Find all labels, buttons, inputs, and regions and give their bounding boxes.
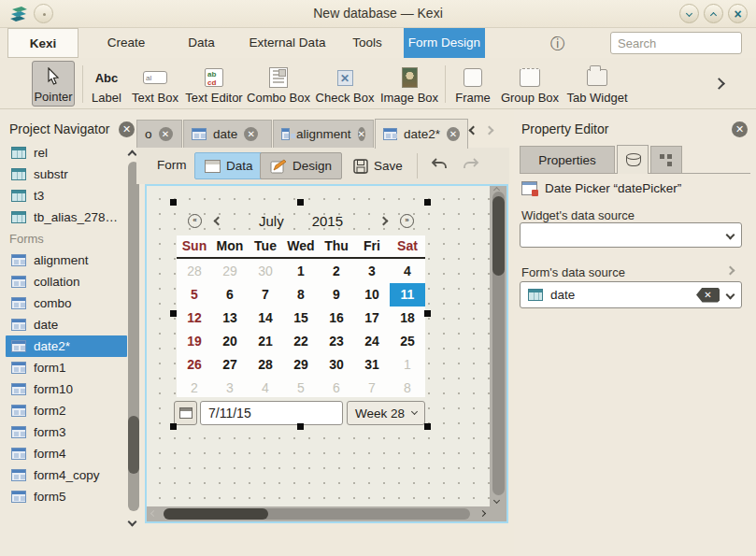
frame-icon [464,64,482,91]
tab-alignment[interactable]: alignment ✕ [273,120,374,148]
minimize-button[interactable] [679,4,699,23]
tab-close-icon[interactable]: ✕ [159,127,173,141]
tab-widget-tree[interactable] [650,146,682,173]
canvas-vertical-scrollbar[interactable] [490,186,506,506]
sidebar-item-form5[interactable]: form5 [0,486,127,507]
clear-data-source-button[interactable]: ✕ [696,288,720,303]
form-data-source-combo[interactable]: date ✕ [520,281,742,308]
selection-handle[interactable] [170,199,177,206]
tab-scroll-left-icon[interactable] [469,126,478,135]
date-value-field[interactable]: 7/11/15 [200,401,343,425]
toolbar-separator [82,65,83,103]
search-input[interactable] [610,32,742,54]
sidebar-item-form2[interactable]: form2 [0,400,127,421]
sidebar-item-alignment[interactable]: alignment [0,249,127,271]
next-year-icon[interactable]: » [400,214,414,228]
text-box-button[interactable]: al Text Box [129,61,181,107]
widget-data-source-combo[interactable] [520,222,742,248]
week-combo[interactable]: Week 28 [347,401,425,425]
sidebar-item-tb-alias-278-[interactable]: tb_alias_278… [0,207,127,228]
day-cell: 12 [177,307,212,330]
sidebar-item-form4[interactable]: form4 [0,443,127,464]
selection-handle[interactable] [424,199,431,206]
tab-date[interactable]: date ✕ [183,120,272,148]
sidebar-item-date[interactable]: date [0,314,127,335]
menu-tab-kexi[interactable]: Kexi [7,28,78,58]
sidebar-item-substr[interactable]: substr [0,164,127,185]
canvas-horizontal-thumb[interactable] [164,508,268,520]
sidebar-item-t3[interactable]: t3 [0,185,127,207]
calendar-popup-button[interactable] [174,401,197,425]
sidebar-scrollbar-thumb[interactable] [128,416,139,474]
selection-handle[interactable] [170,423,177,430]
check-box-button[interactable]: ✕ Check Box [314,61,376,107]
design-view-button[interactable]: Design [260,152,342,179]
scroll-right-icon[interactable] [479,510,486,517]
sidebar-item-form10[interactable]: form10 [0,378,127,400]
canvas-vertical-thumb[interactable] [492,196,505,276]
sidebar-item-form1[interactable]: form1 [0,357,127,378]
property-editor-close-button[interactable]: ✕ [732,121,748,137]
selection-handle[interactable] [297,199,304,206]
previous-month-icon[interactable] [214,216,223,225]
tab-close-icon[interactable]: ✕ [358,127,365,141]
info-icon[interactable]: ⓘ [550,35,565,54]
data-view-button[interactable]: Data [194,152,264,179]
tab-close-icon[interactable]: ✕ [244,127,258,141]
sidebar-item-combo[interactable]: combo [0,292,127,314]
sidebar-scroll-down-icon[interactable] [128,518,137,527]
menu-tab-form-design[interactable]: Form Design [404,28,485,58]
date-picker-widget[interactable]: « July 2015 » SunMonTueWedThuFriSat 2829… [173,201,429,429]
goto-data-source-icon[interactable] [726,266,735,276]
sidebar-scroll-up-icon[interactable] [128,150,137,160]
tab-combo-partial[interactable]: o ✕ [136,120,182,148]
menu-tab-external-data[interactable]: External Data [238,28,336,58]
toolbar-overflow-button[interactable] [715,75,723,92]
calendar-year[interactable]: 2015 [312,213,343,229]
tab-close-icon[interactable]: ✕ [447,127,460,141]
form-design-canvas[interactable]: « July 2015 » SunMonTueWedThuFriSat 2829… [145,184,508,523]
scroll-down-icon[interactable] [493,497,500,504]
text-editor-button[interactable]: abcd Text Editor [185,61,243,107]
group-box-icon [520,64,540,91]
image-box-button[interactable]: Image Box [379,61,439,107]
form-icon [192,128,207,140]
pointer-button[interactable]: Pointer [32,61,75,107]
selection-handle[interactable] [424,423,431,430]
previous-year-icon[interactable]: « [188,214,202,228]
sidebar-item-form3[interactable]: form3 [0,421,127,443]
project-navigator-close-button[interactable]: ✕ [119,121,135,137]
tab-date2-active[interactable]: date2* ✕ [375,119,468,149]
save-button[interactable]: Save [344,152,412,179]
maximize-button[interactable] [704,4,723,23]
table-icon [11,147,26,159]
sidebar-item-collation[interactable]: collation [0,271,127,292]
combo-box-button[interactable]: Combo Box [247,61,310,107]
scroll-left-icon[interactable] [150,510,157,517]
tab-widget-button[interactable]: Tab Widget [564,61,630,107]
selection-handle[interactable] [297,423,304,430]
undo-button[interactable] [430,157,449,174]
sidebar-item-rel[interactable]: rel [0,142,127,164]
menu-tab-create[interactable]: Create [93,28,159,58]
tab-data-source[interactable] [617,145,649,174]
sidebar-scrollbar[interactable] [128,162,139,511]
selection-handle[interactable] [424,310,431,317]
tab-scroll-right-icon[interactable] [485,126,494,135]
redo-button[interactable] [462,157,480,174]
tab-properties[interactable]: Properties [520,146,615,173]
sidebar-item-form4-copy[interactable]: form4_copy [0,464,127,486]
next-month-icon[interactable] [379,216,389,225]
group-box-button[interactable]: Group Box [499,61,561,107]
menu-tab-data[interactable]: Data [176,28,227,58]
sidebar-item-date2-[interactable]: date2* [6,335,127,357]
selection-handle[interactable] [170,310,177,317]
calendar-month[interactable]: July [259,213,284,229]
close-button[interactable]: × [728,4,748,23]
form-icon [11,405,26,417]
canvas-horizontal-scrollbar[interactable] [147,506,506,521]
frame-button[interactable]: Frame [450,61,495,107]
menu-tab-tools[interactable]: Tools [344,28,391,58]
label-button[interactable]: Abc Label [87,61,126,107]
day-cell: 31 [354,353,390,377]
